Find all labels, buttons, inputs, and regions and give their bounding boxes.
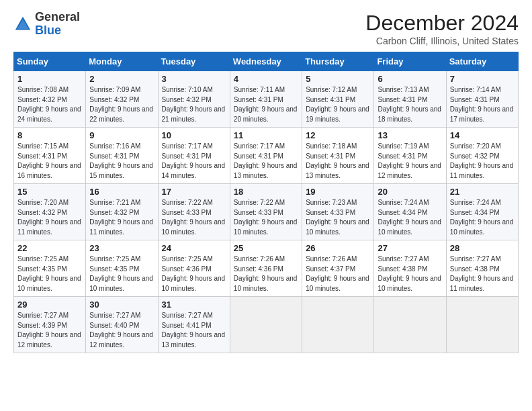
cell-content: Sunrise: 7:12 AMSunset: 4:31 PMDaylight:…: [306, 85, 370, 124]
calendar-week-row: 22Sunrise: 7:25 AMSunset: 4:35 PMDayligh…: [14, 240, 519, 297]
cell-content: Sunrise: 7:15 AMSunset: 4:31 PMDaylight:…: [17, 142, 82, 181]
cell-content: Sunrise: 7:25 AMSunset: 4:35 PMDaylight:…: [89, 255, 154, 293]
day-number: 29: [17, 300, 82, 310]
day-number: 25: [234, 243, 298, 253]
cell-content: Sunrise: 7:10 AMSunset: 4:32 PMDaylight:…: [162, 85, 226, 124]
calendar-cell: 26Sunrise: 7:26 AMSunset: 4:37 PMDayligh…: [302, 240, 374, 297]
cell-content: Sunrise: 7:22 AMSunset: 4:33 PMDaylight:…: [162, 198, 226, 237]
day-number: 20: [378, 187, 442, 197]
day-number: 14: [450, 130, 515, 140]
calendar-header-wednesday: Wednesday: [230, 52, 302, 71]
calendar-cell: 11Sunrise: 7:17 AMSunset: 4:31 PMDayligh…: [230, 128, 302, 184]
calendar-cell: 10Sunrise: 7:17 AMSunset: 4:31 PMDayligh…: [158, 128, 230, 184]
day-number: 17: [162, 187, 226, 197]
calendar-cell: 16Sunrise: 7:21 AMSunset: 4:32 PMDayligh…: [86, 184, 158, 240]
calendar-header-monday: Monday: [86, 52, 158, 71]
logo-blue: Blue: [35, 24, 61, 37]
calendar-week-row: 8Sunrise: 7:15 AMSunset: 4:31 PMDaylight…: [14, 128, 519, 184]
calendar-cell: 3Sunrise: 7:10 AMSunset: 4:32 PMDaylight…: [158, 71, 230, 128]
cell-content: Sunrise: 7:21 AMSunset: 4:32 PMDaylight:…: [89, 198, 154, 237]
logo: General Blue: [13, 11, 80, 38]
calendar-cell: 22Sunrise: 7:25 AMSunset: 4:35 PMDayligh…: [14, 240, 86, 297]
day-number: 30: [89, 300, 154, 310]
day-number: 22: [17, 243, 82, 253]
calendar-header-thursday: Thursday: [302, 52, 374, 71]
cell-content: Sunrise: 7:17 AMSunset: 4:31 PMDaylight:…: [234, 142, 298, 181]
calendar-cell: 29Sunrise: 7:27 AMSunset: 4:39 PMDayligh…: [14, 297, 86, 353]
location-title: Carbon Cliff, Illinois, United States: [365, 36, 519, 46]
calendar-cell: 25Sunrise: 7:26 AMSunset: 4:36 PMDayligh…: [230, 240, 302, 297]
cell-content: Sunrise: 7:09 AMSunset: 4:32 PMDaylight:…: [89, 85, 154, 124]
calendar-cell: 12Sunrise: 7:18 AMSunset: 4:31 PMDayligh…: [302, 128, 374, 184]
cell-content: Sunrise: 7:27 AMSunset: 4:38 PMDaylight:…: [378, 255, 442, 293]
logo-general: General: [35, 10, 80, 24]
cell-content: Sunrise: 7:14 AMSunset: 4:31 PMDaylight:…: [450, 85, 515, 124]
calendar-cell: 19Sunrise: 7:23 AMSunset: 4:33 PMDayligh…: [302, 184, 374, 240]
calendar-week-row: 1Sunrise: 7:08 AMSunset: 4:32 PMDaylight…: [14, 71, 519, 128]
logo-icon: [13, 15, 32, 34]
calendar-cell: 21Sunrise: 7:24 AMSunset: 4:34 PMDayligh…: [446, 184, 518, 240]
calendar-cell: 2Sunrise: 7:09 AMSunset: 4:32 PMDaylight…: [86, 71, 158, 128]
calendar-header-friday: Friday: [374, 52, 446, 71]
calendar-header-sunday: Sunday: [14, 52, 86, 71]
calendar-cell: 6Sunrise: 7:13 AMSunset: 4:31 PMDaylight…: [374, 71, 446, 128]
calendar-header-tuesday: Tuesday: [158, 52, 230, 71]
day-number: 31: [162, 300, 226, 310]
day-number: 15: [17, 187, 82, 197]
cell-content: Sunrise: 7:18 AMSunset: 4:31 PMDaylight:…: [306, 142, 370, 181]
cell-content: Sunrise: 7:11 AMSunset: 4:31 PMDaylight:…: [234, 85, 298, 124]
calendar-cell: 31Sunrise: 7:27 AMSunset: 4:41 PMDayligh…: [158, 297, 230, 353]
day-number: 5: [306, 74, 370, 84]
day-number: 1: [17, 74, 82, 84]
cell-content: Sunrise: 7:25 AMSunset: 4:36 PMDaylight:…: [162, 255, 226, 293]
calendar-cell: [230, 297, 302, 353]
header: General Blue December 2024 Carbon Cliff,…: [13, 11, 519, 46]
cell-content: Sunrise: 7:16 AMSunset: 4:31 PMDaylight:…: [89, 142, 154, 181]
calendar-cell: [446, 297, 518, 353]
cell-content: Sunrise: 7:26 AMSunset: 4:36 PMDaylight:…: [234, 255, 298, 293]
calendar-cell: 8Sunrise: 7:15 AMSunset: 4:31 PMDaylight…: [14, 128, 86, 184]
calendar-cell: [374, 297, 446, 353]
day-number: 26: [306, 243, 370, 253]
day-number: 7: [450, 74, 515, 84]
cell-content: Sunrise: 7:17 AMSunset: 4:31 PMDaylight:…: [162, 142, 226, 181]
day-number: 12: [306, 130, 370, 140]
cell-content: Sunrise: 7:27 AMSunset: 4:41 PMDaylight:…: [162, 311, 226, 350]
day-number: 9: [89, 130, 154, 140]
cell-content: Sunrise: 7:26 AMSunset: 4:37 PMDaylight:…: [306, 255, 370, 293]
cell-content: Sunrise: 7:20 AMSunset: 4:32 PMDaylight:…: [450, 142, 515, 181]
day-number: 21: [450, 187, 515, 197]
day-number: 23: [89, 243, 154, 253]
calendar-cell: 7Sunrise: 7:14 AMSunset: 4:31 PMDaylight…: [446, 71, 518, 128]
calendar-cell: 27Sunrise: 7:27 AMSunset: 4:38 PMDayligh…: [374, 240, 446, 297]
calendar-cell: 5Sunrise: 7:12 AMSunset: 4:31 PMDaylight…: [302, 71, 374, 128]
calendar-cell: 28Sunrise: 7:27 AMSunset: 4:38 PMDayligh…: [446, 240, 518, 297]
day-number: 2: [89, 74, 154, 84]
day-number: 4: [234, 74, 298, 84]
calendar-header-saturday: Saturday: [446, 52, 518, 71]
calendar-cell: 20Sunrise: 7:24 AMSunset: 4:34 PMDayligh…: [374, 184, 446, 240]
calendar-header-row: SundayMondayTuesdayWednesdayThursdayFrid…: [14, 52, 519, 71]
title-block: December 2024 Carbon Cliff, Illinois, Un…: [365, 11, 519, 46]
day-number: 8: [17, 130, 82, 140]
calendar-cell: 1Sunrise: 7:08 AMSunset: 4:32 PMDaylight…: [14, 71, 86, 128]
cell-content: Sunrise: 7:19 AMSunset: 4:31 PMDaylight:…: [378, 142, 442, 181]
calendar-cell: 14Sunrise: 7:20 AMSunset: 4:32 PMDayligh…: [446, 128, 518, 184]
day-number: 10: [162, 130, 226, 140]
day-number: 3: [162, 74, 226, 84]
calendar-table: SundayMondayTuesdayWednesdayThursdayFrid…: [13, 52, 519, 353]
day-number: 24: [162, 243, 226, 253]
calendar-cell: 23Sunrise: 7:25 AMSunset: 4:35 PMDayligh…: [86, 240, 158, 297]
day-number: 27: [378, 243, 442, 253]
calendar-cell: 15Sunrise: 7:20 AMSunset: 4:32 PMDayligh…: [14, 184, 86, 240]
cell-content: Sunrise: 7:23 AMSunset: 4:33 PMDaylight:…: [306, 198, 370, 237]
calendar-week-row: 15Sunrise: 7:20 AMSunset: 4:32 PMDayligh…: [14, 184, 519, 240]
day-number: 13: [378, 130, 442, 140]
cell-content: Sunrise: 7:27 AMSunset: 4:39 PMDaylight:…: [17, 311, 82, 350]
calendar-week-row: 29Sunrise: 7:27 AMSunset: 4:39 PMDayligh…: [14, 297, 519, 353]
cell-content: Sunrise: 7:22 AMSunset: 4:33 PMDaylight:…: [234, 198, 298, 237]
day-number: 28: [450, 243, 515, 253]
day-number: 19: [306, 187, 370, 197]
month-title: December 2024: [365, 11, 519, 36]
day-number: 18: [234, 187, 298, 197]
